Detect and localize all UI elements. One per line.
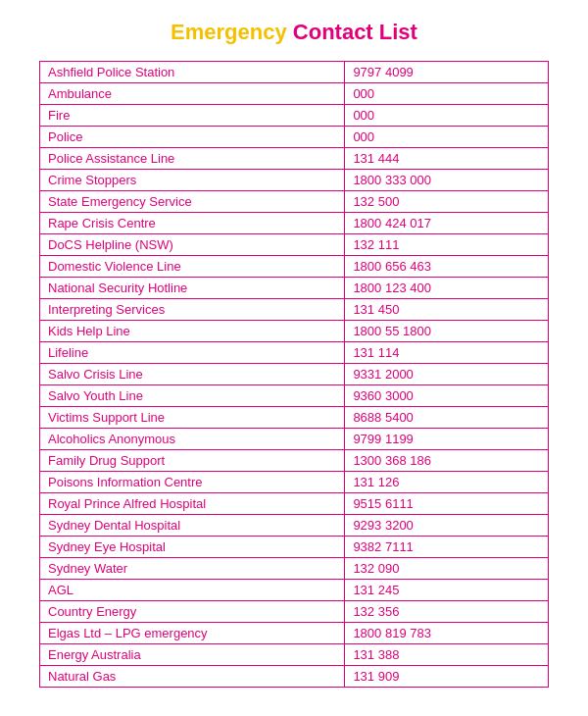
contact-name: Salvo Youth Line <box>40 385 345 407</box>
contact-number: 131 114 <box>345 342 549 364</box>
table-row: Ashfield Police Station9797 4099 <box>40 62 549 83</box>
contact-number: 8688 5400 <box>345 407 549 429</box>
contact-name: Fire <box>40 105 345 127</box>
table-row: Sydney Dental Hospital9293 3200 <box>40 515 549 537</box>
table-row: Natural Gas131 909 <box>40 666 549 688</box>
table-row: Lifeline131 114 <box>40 342 549 364</box>
table-row: Salvo Crisis Line9331 2000 <box>40 364 549 385</box>
contact-number: 9799 1199 <box>345 429 549 450</box>
table-row: Crime Stoppers1800 333 000 <box>40 170 549 191</box>
table-row: Police Assistance Line131 444 <box>40 148 549 170</box>
table-row: Alcoholics Anonymous9799 1199 <box>40 429 549 450</box>
table-row: Police000 <box>40 127 549 148</box>
table-row: Royal Prince Alfred Hospital9515 6111 <box>40 493 549 515</box>
table-row: Elgas Ltd – LPG emergency1800 819 783 <box>40 623 549 644</box>
title-emergency: Emergency <box>171 20 287 44</box>
table-row: AGL131 245 <box>40 580 549 601</box>
contact-name: Energy Australia <box>40 644 345 666</box>
table-row: DoCS Helpline (NSW)132 111 <box>40 234 549 256</box>
contact-name: Sydney Eye Hospital <box>40 537 345 558</box>
contact-number: 000 <box>345 127 549 148</box>
contact-number: 1800 55 1800 <box>345 321 549 342</box>
contact-name: Interpreting Services <box>40 299 345 321</box>
contact-number: 131 245 <box>345 580 549 601</box>
table-row: Energy Australia131 388 <box>40 644 549 666</box>
contact-number: 1800 424 017 <box>345 213 549 234</box>
contact-number: 1800 819 783 <box>345 623 549 644</box>
table-row: Ambulance000 <box>40 83 549 105</box>
contact-number: 9360 3000 <box>345 385 549 407</box>
table-row: Salvo Youth Line9360 3000 <box>40 385 549 407</box>
contact-name: Kids Help Line <box>40 321 345 342</box>
contact-name: Ambulance <box>40 83 345 105</box>
contact-number: 1300 368 186 <box>345 450 549 472</box>
table-row: Poisons Information Centre131 126 <box>40 472 549 493</box>
contact-number: 1800 333 000 <box>345 170 549 191</box>
contact-name: Elgas Ltd – LPG emergency <box>40 623 345 644</box>
table-row: Country Energy132 356 <box>40 601 549 623</box>
table-row: Fire000 <box>40 105 549 127</box>
contact-name: Natural Gas <box>40 666 345 688</box>
contact-number: 131 126 <box>345 472 549 493</box>
contact-name: Lifeline <box>40 342 345 364</box>
contact-name: DoCS Helpline (NSW) <box>40 234 345 256</box>
contact-name: Sydney Dental Hospital <box>40 515 345 537</box>
contact-name: Police <box>40 127 345 148</box>
contact-name: Sydney Water <box>40 558 345 580</box>
contact-number: 9293 3200 <box>345 515 549 537</box>
contact-number: 9797 4099 <box>345 62 549 83</box>
contact-number: 131 909 <box>345 666 549 688</box>
contact-number: 1800 123 400 <box>345 278 549 299</box>
contact-name: Ashfield Police Station <box>40 62 345 83</box>
table-row: Rape Crisis Centre1800 424 017 <box>40 213 549 234</box>
contact-number: 1800 656 463 <box>345 256 549 278</box>
contact-name: Domestic Violence Line <box>40 256 345 278</box>
contact-number: 131 450 <box>345 299 549 321</box>
contact-name: State Emergency Service <box>40 191 345 213</box>
contacts-table: Ashfield Police Station9797 4099Ambulanc… <box>39 61 549 688</box>
contact-name: Salvo Crisis Line <box>40 364 345 385</box>
contact-number: 132 500 <box>345 191 549 213</box>
contact-number: 9331 2000 <box>345 364 549 385</box>
table-row: Victims Support Line8688 5400 <box>40 407 549 429</box>
contact-name: National Security Hotline <box>40 278 345 299</box>
contact-number: 132 111 <box>345 234 549 256</box>
contact-name: Country Energy <box>40 601 345 623</box>
table-row: Interpreting Services131 450 <box>40 299 549 321</box>
table-row: Sydney Water132 090 <box>40 558 549 580</box>
contact-number: 132 356 <box>345 601 549 623</box>
table-row: Kids Help Line1800 55 1800 <box>40 321 549 342</box>
title-contact-list: Contact List <box>293 20 417 44</box>
contact-number: 132 090 <box>345 558 549 580</box>
page-title: Emergency Contact List <box>39 20 549 45</box>
table-row: Family Drug Support1300 368 186 <box>40 450 549 472</box>
contact-number: 000 <box>345 105 549 127</box>
contact-number: 000 <box>345 83 549 105</box>
contact-name: Family Drug Support <box>40 450 345 472</box>
table-row: Sydney Eye Hospital9382 7111 <box>40 537 549 558</box>
contact-number: 9515 6111 <box>345 493 549 515</box>
table-row: National Security Hotline1800 123 400 <box>40 278 549 299</box>
contact-name: Royal Prince Alfred Hospital <box>40 493 345 515</box>
contact-name: Poisons Information Centre <box>40 472 345 493</box>
contact-name: Police Assistance Line <box>40 148 345 170</box>
contact-name: Crime Stoppers <box>40 170 345 191</box>
table-row: Domestic Violence Line1800 656 463 <box>40 256 549 278</box>
table-row: State Emergency Service132 500 <box>40 191 549 213</box>
contact-name: AGL <box>40 580 345 601</box>
contact-name: Rape Crisis Centre <box>40 213 345 234</box>
contact-number: 9382 7111 <box>345 537 549 558</box>
contact-number: 131 388 <box>345 644 549 666</box>
contact-name: Victims Support Line <box>40 407 345 429</box>
contact-number: 131 444 <box>345 148 549 170</box>
contact-name: Alcoholics Anonymous <box>40 429 345 450</box>
